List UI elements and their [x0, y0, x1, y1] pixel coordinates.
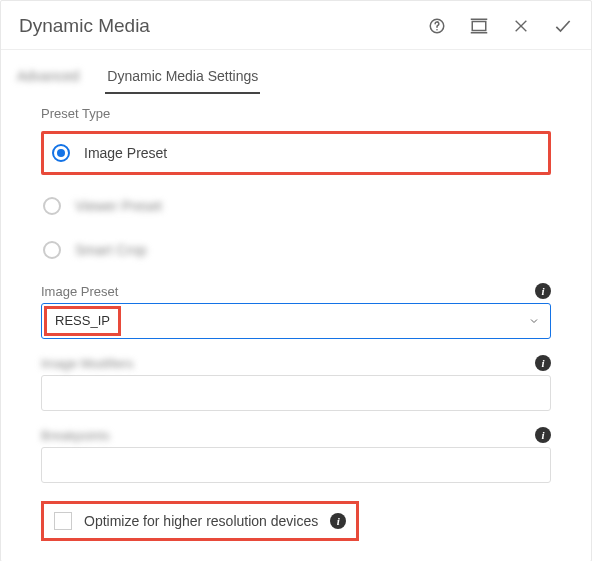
- radio-image-preset[interactable]: Image Preset: [50, 140, 169, 166]
- svg-rect-2: [472, 22, 486, 31]
- breakpoints-field: Breakpoints i: [41, 427, 551, 483]
- checkbox-label: Optimize for higher resolution devices: [84, 513, 318, 529]
- radio-label: Viewer Preset: [75, 198, 162, 214]
- close-icon[interactable]: [511, 16, 531, 36]
- image-preset-field: Image Preset i RESS_IP: [41, 283, 551, 339]
- dialog-title: Dynamic Media: [19, 15, 150, 37]
- radio-indicator-icon: [43, 197, 61, 215]
- field-label: Image Preset: [41, 284, 118, 299]
- highlight-image-preset: Image Preset: [41, 131, 551, 175]
- radio-viewer-preset[interactable]: Viewer Preset: [41, 193, 551, 219]
- radio-label: Smart Crop: [75, 242, 147, 258]
- fullscreen-icon[interactable]: [469, 16, 489, 36]
- header-actions: [427, 16, 573, 36]
- preset-type-radio-group: Image Preset Viewer Preset Smart Crop: [41, 131, 551, 263]
- radio-label: Image Preset: [84, 145, 167, 161]
- info-icon[interactable]: i: [535, 283, 551, 299]
- help-icon[interactable]: [427, 16, 447, 36]
- image-modifiers-input[interactable]: [41, 375, 551, 411]
- preset-type-label: Preset Type: [41, 106, 551, 121]
- dynamic-media-dialog: Dynamic Media Advanced Dynamic Media Set…: [0, 0, 592, 561]
- confirm-icon[interactable]: [553, 16, 573, 36]
- radio-indicator-icon: [43, 241, 61, 259]
- info-icon[interactable]: i: [535, 355, 551, 371]
- field-label: Breakpoints: [41, 428, 110, 443]
- image-modifiers-field: Image Modifiers i: [41, 355, 551, 411]
- chevron-down-icon: [528, 315, 540, 327]
- tab-bar: Advanced Dynamic Media Settings: [1, 50, 591, 94]
- field-label: Image Modifiers: [41, 356, 133, 371]
- info-icon[interactable]: i: [330, 513, 346, 529]
- radio-smart-crop[interactable]: Smart Crop: [41, 237, 551, 263]
- tab-advanced[interactable]: Advanced: [15, 62, 81, 94]
- dialog-header: Dynamic Media: [1, 1, 591, 50]
- select-value: RESS_IP: [44, 306, 121, 336]
- svg-point-1: [436, 29, 438, 31]
- breakpoints-input[interactable]: [41, 447, 551, 483]
- tab-dynamic-media-settings[interactable]: Dynamic Media Settings: [105, 62, 260, 94]
- radio-indicator-icon: [52, 144, 70, 162]
- info-icon[interactable]: i: [535, 427, 551, 443]
- optimize-checkbox[interactable]: [54, 512, 72, 530]
- image-preset-select[interactable]: RESS_IP: [41, 303, 551, 339]
- dialog-content: Preset Type Image Preset Viewer Preset S…: [1, 94, 591, 561]
- highlight-optimize-checkbox: Optimize for higher resolution devices i: [41, 501, 359, 541]
